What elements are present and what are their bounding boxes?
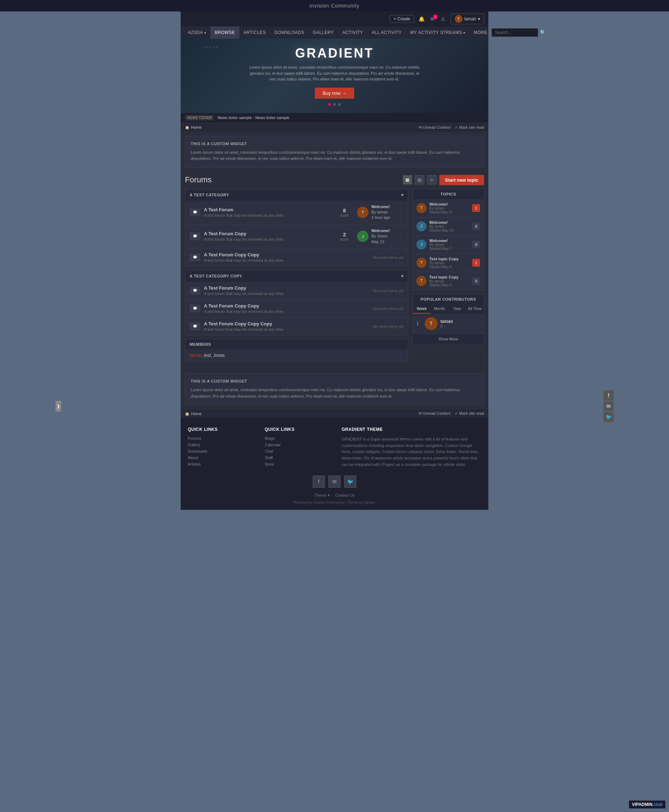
start-topic-button[interactable]: Start new topic <box>439 175 484 185</box>
nav-item-browse[interactable]: BROWSE <box>210 27 239 39</box>
mark-site-read-button-bottom[interactable]: ✓ Mark site read <box>455 411 484 416</box>
bell-icon[interactable]: 🔔 <box>418 16 426 22</box>
show-more-button[interactable]: Show More <box>413 334 484 344</box>
forum-name-1-1[interactable]: A Test Forum <box>204 207 332 212</box>
footer-contact-link[interactable]: Contact Us <box>335 493 355 498</box>
hero-dot-1[interactable] <box>328 103 331 106</box>
breadcrumb-bottom-links: Home <box>185 411 202 416</box>
nav-item-azsda[interactable]: AZSDA <box>183 27 210 39</box>
topic-title-5[interactable]: Test topic Copy <box>429 275 469 279</box>
topic-title-3[interactable]: Welcome! <box>429 238 469 243</box>
forums-content: A TEST CATEGORY ▾ 💬 A Test Forum A test … <box>185 189 484 366</box>
view-mode-button-1[interactable]: ▦ <box>403 175 412 185</box>
social-email-button[interactable]: ✉ <box>328 476 341 488</box>
category-2-toggle[interactable]: ▾ <box>401 273 403 279</box>
forum-name-2-3[interactable]: A Test Forum Copy Copy Copy <box>204 321 353 326</box>
alert-icon[interactable]: ⚠ <box>439 16 447 22</box>
topic-title-2[interactable]: Welcome! <box>429 220 469 225</box>
user-menu-button[interactable]: T taman ▾ <box>451 13 484 24</box>
view-mode-button-3[interactable]: ≡ <box>427 175 437 185</box>
messages-icon[interactable]: ✉ 1 <box>429 16 437 22</box>
footer-link-gallery[interactable]: Gallery <box>188 443 257 447</box>
footer-link-chat[interactable]: Chat <box>265 449 334 453</box>
forum-icon-1-1: 💬 <box>190 208 200 216</box>
breadcrumb-home[interactable]: Home <box>191 125 202 129</box>
member-link-jones[interactable]: Jones <box>213 353 225 358</box>
footer-link-articles[interactable]: Articles <box>188 462 257 466</box>
forum-posts-count-1-2: 2 <box>336 232 353 237</box>
topic-title-4[interactable]: Test topic Copy <box>429 257 469 261</box>
unread-content-button[interactable]: ✉ Unread Content <box>419 125 451 130</box>
social-facebook-button[interactable]: f <box>313 476 325 488</box>
footer-theme-link[interactable]: Theme ▾ <box>314 493 330 498</box>
hero-dot-3[interactable] <box>338 103 341 106</box>
topic-item-1: T Welcome! By taman Started May 3 1 <box>413 199 484 217</box>
topic-count-1: 1 <box>472 204 480 212</box>
topic-meta-2: By Jones Started May 13 <box>429 225 469 232</box>
footer-link-blogs[interactable]: Blogs <box>265 436 334 441</box>
forum-row-2-1: 💬 A Test Forum Copy A test forum that ma… <box>185 282 408 300</box>
forum-icon-1-2: 💬 <box>190 232 200 240</box>
footer-link-store[interactable]: Store <box>265 462 334 466</box>
member-link-taman[interactable]: taman <box>190 353 202 358</box>
unread-content-button-bottom[interactable]: ✉ Unread Content <box>419 411 451 416</box>
custom-widget-title-top: THIS IS A CUSTOM WIDGET <box>191 142 478 146</box>
user-dropdown-icon: ▾ <box>478 17 480 22</box>
contrib-tab-alltime[interactable]: All Time <box>466 304 484 314</box>
contrib-tab-week[interactable]: Week <box>413 304 431 314</box>
category-1-header[interactable]: A TEST CATEGORY ▾ <box>185 189 408 201</box>
search-input[interactable] <box>492 28 538 37</box>
side-tab-twitter[interactable]: 🐦 <box>603 412 614 422</box>
hero-subtitle: Lorem ipsum dolor sit amet, consulatu te… <box>249 64 420 82</box>
create-button[interactable]: + Create <box>390 15 414 23</box>
side-tab-facebook[interactable]: f <box>603 391 614 401</box>
hero-buy-button[interactable]: Buy now → <box>315 87 354 99</box>
hero-dot-2[interactable] <box>333 103 336 106</box>
forum-last-title-1-1[interactable]: Welcome! <box>371 204 390 210</box>
mark-site-read-button[interactable]: ✓ Mark site read <box>455 125 484 130</box>
contrib-tab-year[interactable]: Year <box>448 304 466 314</box>
forum-name-1-2[interactable]: A Test Forum Copy <box>204 231 332 237</box>
social-twitter-button[interactable]: 🐦 <box>344 476 356 488</box>
forum-posts-label-1-2: posts <box>336 237 353 242</box>
topic-title-1[interactable]: Welcome! <box>429 202 469 206</box>
footer-link-staff[interactable]: Staff <box>265 456 334 460</box>
nav-item-downloads[interactable]: DOWNLOADS <box>270 27 308 39</box>
nav-item-articles[interactable]: ARTICLES <box>239 27 270 39</box>
category-1-toggle[interactable]: ▾ <box>401 192 403 198</box>
view-mode-button-2[interactable]: ▤ <box>415 175 424 185</box>
topic-meta-4: By taman Started May 4 <box>429 261 469 269</box>
forum-last-title-1-2[interactable]: Welcome! <box>371 228 390 233</box>
contributor-rank-1: 1 <box>417 321 422 326</box>
forum-name-2-1[interactable]: A Test Forum Copy <box>204 285 353 291</box>
side-tab-email[interactable]: ✉ <box>603 401 614 411</box>
nav-item-more[interactable]: MORE <box>469 27 492 39</box>
member-link-test[interactable]: test <box>204 353 211 358</box>
breadcrumb-bottom-home[interactable]: Home <box>191 411 202 416</box>
footer-link-forums[interactable]: Forums <box>188 436 257 441</box>
forums-controls: ▦ ▤ ≡ Start new topic <box>403 175 484 185</box>
nav-item-activity[interactable]: ACTIVITY <box>338 27 367 39</box>
scroll-arrow[interactable]: ❯ <box>55 401 61 411</box>
forums-list: A TEST CATEGORY ▾ 💬 A Test Forum A test … <box>185 189 408 366</box>
forum-name-1-3[interactable]: A Test Forum Copy Copy <box>204 252 353 257</box>
hero-title: GRADIENT <box>295 46 374 61</box>
contrib-tab-month[interactable]: Month <box>431 304 449 314</box>
contributor-name-1[interactable]: taman <box>440 319 453 324</box>
forums-right-sidebar: TOPICS T Welcome! By taman Started May 3… <box>412 189 484 366</box>
category-2-header[interactable]: A TEST CATEGORY COPY ▾ <box>185 270 408 282</box>
nav-item-gallery[interactable]: GALLERY <box>308 27 338 39</box>
nav-item-all-activity[interactable]: ALL ACTIVITY <box>367 27 406 39</box>
forum-posts-label-1-1: posts <box>336 213 353 217</box>
topic-by-2: By Jones <box>429 225 444 228</box>
forum-name-2-2[interactable]: A Test Forum Copy Copy <box>204 303 353 309</box>
footer-link-calendar[interactable]: Calendar <box>265 443 334 447</box>
custom-widget-text-top: Lorem ipsum dolor sit amet, consulatu te… <box>191 149 478 162</box>
footer-link-about[interactable]: About <box>188 456 257 460</box>
search-button[interactable]: 🔍 <box>540 30 546 35</box>
topic-count-4: 1 <box>472 259 480 267</box>
breadcrumb-actions: ✉ Unread Content ✓ Mark site read <box>419 125 484 130</box>
news-ticker-items: News ticker sample • News ticker sample <box>217 116 484 120</box>
nav-item-my-activity[interactable]: MY ACTIVITY STREAMS <box>406 27 470 39</box>
footer-link-downloads[interactable]: Downloads <box>188 449 257 453</box>
